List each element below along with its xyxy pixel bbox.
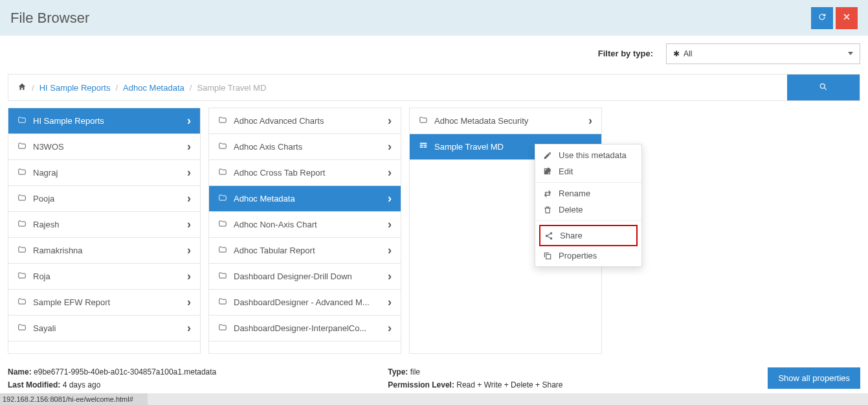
file-item-label: Rajesh xyxy=(33,220,59,229)
context-menu-label: Properties xyxy=(559,251,597,260)
file-item[interactable]: Adhoc Axis Charts› xyxy=(209,134,401,160)
refresh-button[interactable] xyxy=(811,7,833,29)
file-item[interactable]: Nagraj› xyxy=(8,160,200,186)
search-icon xyxy=(819,82,828,93)
status-bar: 192.168.2.156:8081/hi-ee/welcome.html# xyxy=(0,393,148,405)
folder-icon xyxy=(17,219,27,230)
file-item-label: Ramakrishna xyxy=(33,246,83,255)
header-actions xyxy=(811,7,858,29)
file-item[interactable]: DashboardDesigner-InterpanelCo...› xyxy=(209,316,401,341)
breadcrumb-row: / HI Sample Reports / Adhoc Metadata / S… xyxy=(8,74,860,101)
caret-down-icon xyxy=(848,52,853,55)
details-right: Show all properties xyxy=(768,367,860,389)
file-item[interactable]: Adhoc Metadata Security› xyxy=(410,108,601,134)
breadcrumb-sep: / xyxy=(115,83,118,93)
context-menu-use-this-metadata[interactable]: Use this metadata xyxy=(535,147,641,163)
svg-point-8 xyxy=(550,232,553,235)
folder-icon xyxy=(218,141,227,152)
file-item[interactable]: Adhoc Cross Tab Report› xyxy=(209,160,401,186)
file-item-label: Adhoc Metadata Security xyxy=(434,116,528,126)
file-item[interactable]: Dashboard Designer-Drill Down› xyxy=(209,264,401,290)
chevron-right-icon: › xyxy=(388,140,392,154)
breadcrumb-sep: / xyxy=(32,83,34,93)
context-menu-label: Use this metadata xyxy=(559,150,627,160)
file-item-label: Adhoc Tabular Report xyxy=(234,246,315,255)
svg-point-10 xyxy=(550,237,553,240)
chevron-right-icon: › xyxy=(187,270,191,283)
breadcrumb-current: Sample Travel MD xyxy=(197,83,266,93)
svg-rect-4 xyxy=(424,145,427,146)
svg-rect-3 xyxy=(420,145,423,146)
context-menu-share[interactable]: Share xyxy=(539,225,638,246)
folder-icon xyxy=(419,115,428,126)
chevron-right-icon: › xyxy=(388,244,392,257)
file-item[interactable]: Pooja› xyxy=(8,186,200,212)
file-item[interactable]: Rajesh› xyxy=(8,212,200,238)
breadcrumb-link[interactable]: Adhoc Metadata xyxy=(123,83,184,93)
context-menu-label: Edit xyxy=(559,167,573,176)
file-item[interactable]: Adhoc Tabular Report› xyxy=(209,238,401,264)
chevron-right-icon: › xyxy=(187,295,191,309)
file-item-label: Adhoc Cross Tab Report xyxy=(234,168,325,178)
chevron-right-icon: › xyxy=(388,114,392,128)
context-menu-rename[interactable]: Rename xyxy=(535,185,641,202)
folder-icon xyxy=(17,297,27,308)
chevron-right-icon: › xyxy=(388,166,392,179)
perm-label: Permission Level: xyxy=(388,380,454,389)
file-item[interactable]: Adhoc Non-Axis Chart› xyxy=(209,212,401,238)
file-item-label: Sample Travel MD xyxy=(434,142,504,152)
file-column[interactable]: Adhoc Advanced Charts›Adhoc Axis Charts›… xyxy=(208,108,401,354)
filter-bar: Filter by type: ✱ All xyxy=(0,36,868,71)
file-item[interactable]: Adhoc Metadata› xyxy=(209,186,401,212)
close-button[interactable] xyxy=(836,7,858,29)
folder-icon xyxy=(17,193,27,204)
breadcrumb-home[interactable] xyxy=(17,82,27,93)
page-title: File Browser xyxy=(10,10,89,27)
chevron-right-icon: › xyxy=(388,218,392,231)
file-item[interactable]: Adhoc Advanced Charts› xyxy=(209,108,401,134)
file-column[interactable]: HI Sample Reports›N3WOS›Nagraj›Pooja›Raj… xyxy=(8,108,201,354)
chevron-right-icon: › xyxy=(187,140,191,154)
context-menu-edit[interactable]: Edit xyxy=(535,163,641,179)
copy-icon xyxy=(543,251,552,260)
lastmod-label: Last Modified: xyxy=(8,380,60,389)
name-label: Name: xyxy=(8,367,32,376)
file-item[interactable]: DashboardDesigner - Advanced M...› xyxy=(209,290,401,316)
asterisk-icon: ✱ xyxy=(673,49,680,58)
file-item-label: Adhoc Advanced Charts xyxy=(234,116,324,126)
file-item-label: Dashboard Designer-Drill Down xyxy=(234,272,352,281)
show-all-properties-button[interactable]: Show all properties xyxy=(768,367,860,389)
file-item-label: DashboardDesigner - Advanced M... xyxy=(234,297,370,307)
file-item[interactable]: Roja› xyxy=(8,264,200,290)
svg-line-1 xyxy=(824,87,826,89)
file-item[interactable]: Sayali› xyxy=(8,316,200,341)
file-item-label: Pooja xyxy=(33,194,54,203)
file-item[interactable]: Sample EFW Report› xyxy=(8,290,200,316)
search-button[interactable] xyxy=(787,75,860,100)
chevron-right-icon: › xyxy=(388,321,392,335)
details-footer: Name: e9be6771-995b-40eb-a01c-304857a100… xyxy=(0,364,868,393)
file-item-label: Adhoc Metadata xyxy=(234,194,295,203)
filter-type-select[interactable]: ✱ All xyxy=(666,43,860,64)
breadcrumb-link[interactable]: HI Sample Reports xyxy=(39,83,111,93)
context-menu-delete[interactable]: Delete xyxy=(535,202,641,218)
chevron-right-icon: › xyxy=(187,218,191,231)
lastmod-value: 4 days ago xyxy=(63,380,101,389)
context-menu-properties[interactable]: Properties xyxy=(535,248,641,264)
file-item[interactable]: HI Sample Reports› xyxy=(8,108,200,134)
folder-icon xyxy=(17,115,27,126)
refresh-icon xyxy=(818,12,827,23)
svg-rect-5 xyxy=(420,146,423,148)
file-item-label: Nagraj xyxy=(33,168,58,178)
svg-rect-2 xyxy=(420,143,427,144)
type-label: Type: xyxy=(388,367,408,376)
breadcrumb-sep: / xyxy=(190,83,192,93)
file-item[interactable]: N3WOS› xyxy=(8,134,200,160)
chevron-right-icon: › xyxy=(388,295,392,309)
folder-icon xyxy=(218,323,227,334)
file-item-label: Sayali xyxy=(33,323,56,333)
file-item[interactable]: Ramakrishna› xyxy=(8,238,200,264)
folder-icon xyxy=(218,297,227,308)
retweet-icon xyxy=(543,189,552,198)
filter-selected-text: All xyxy=(684,49,692,58)
